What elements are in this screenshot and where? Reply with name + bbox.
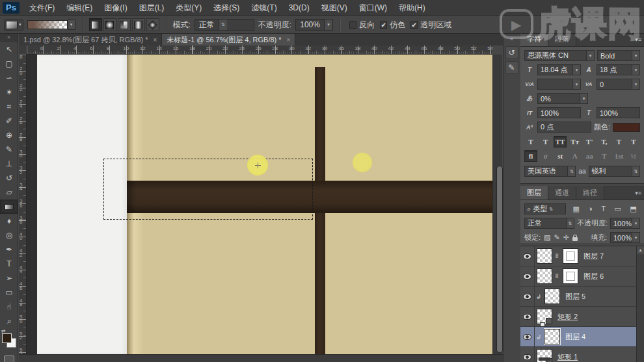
character-tab-段落[interactable]: 段落 [548, 32, 576, 46]
type-style-button-0[interactable]: T [524, 136, 537, 148]
mode-select[interactable]: 正常 ⇅ [195, 19, 254, 31]
blend-mode-select[interactable]: 正常 ⇅ [524, 218, 574, 229]
layer-row-图层 4[interactable]: ↳图层 4 [520, 327, 644, 347]
opentype-button-3[interactable]: A [569, 150, 582, 162]
opentype-button-5[interactable]: T [598, 150, 611, 162]
lock-pixels-icon[interactable]: ✎ [554, 233, 559, 242]
type-style-button-1[interactable]: T [539, 136, 552, 148]
checkbox-反向[interactable]: 反向 [349, 19, 375, 31]
opentype-button-6[interactable]: 1st [612, 150, 625, 162]
filter-type-icon[interactable]: T [601, 205, 606, 213]
crop-tool[interactable]: ⌗ [0, 99, 18, 114]
vertical-ruler[interactable]: 1 82 02 22 42 62 83 03 23 43 63 84 04 24… [19, 55, 27, 354]
language-select[interactable]: 美国英语 ⇅ [524, 166, 576, 177]
menu-item-F[interactable]: 文件(F) [23, 0, 60, 16]
menu-item-H[interactable]: 帮助(H) [393, 0, 431, 16]
history-brush-tool[interactable]: ↺ [0, 171, 18, 185]
layer-row-图层 5[interactable]: ↳图层 5 [520, 287, 644, 307]
opacity-select[interactable]: 100% ▾ [295, 19, 333, 31]
tool-preset-picker[interactable]: ▾ [4, 19, 23, 31]
tsume-field[interactable]: 0% ▾ [537, 93, 588, 104]
layer-thumbnail[interactable] [537, 349, 552, 362]
opentype-button-4[interactable]: aa [583, 150, 596, 162]
layer-row-图层 6[interactable]: ∞图层 6 [520, 266, 644, 287]
layers-tab-路径[interactable]: 路径 [576, 186, 604, 200]
layer-thumbnail[interactable] [537, 309, 552, 324]
history-panel-icon[interactable]: ↺ [505, 46, 518, 59]
visibility-cell[interactable] [520, 266, 535, 286]
eye-icon[interactable] [523, 314, 531, 320]
visibility-cell[interactable] [520, 347, 535, 362]
canvas[interactable] [27, 55, 492, 354]
ruler-origin[interactable] [19, 45, 27, 55]
opentype-button-2[interactable]: st [554, 150, 567, 162]
healing-brush-tool[interactable]: ⊕ [0, 128, 18, 142]
layer-row-矩形 1[interactable]: 矩形 1 [520, 347, 644, 362]
menu-item-T[interactable]: 滤镜(T) [245, 0, 282, 16]
layer-filter-select[interactable]: ⌕ 类型 ⇅ [524, 203, 566, 214]
toolbar-collapse-button[interactable]: » [0, 34, 18, 42]
antialias-select[interactable]: 锐利 ⇅ [589, 166, 640, 177]
layer-mask-thumbnail[interactable] [563, 248, 578, 264]
gradient-type-linear-button[interactable] [89, 18, 102, 31]
layer-opacity-field[interactable]: 100% ▾ [610, 218, 640, 229]
menu-item-S[interactable]: 选择(S) [208, 0, 245, 16]
fill-field[interactable]: 100% ▾ [610, 232, 640, 243]
text-color-swatch[interactable] [613, 123, 640, 132]
blur-tool[interactable]: ♦ [0, 214, 18, 228]
menu-item-E[interactable]: 编辑(E) [60, 0, 98, 16]
layer-thumbnail[interactable] [544, 329, 560, 344]
marquee-tool[interactable]: ▢ [0, 57, 18, 71]
character-tab-字符[interactable]: 字符 [520, 32, 548, 46]
kerning-field[interactable]: ▾ [537, 79, 581, 90]
close-icon[interactable]: × [287, 36, 291, 44]
tracking-field[interactable]: 0 ▾ [597, 79, 640, 90]
lasso-tool[interactable]: ∽ [0, 71, 18, 85]
horizontal-ruler[interactable]: 0246810121416182022242628303234363840424… [27, 45, 492, 55]
font-size-field[interactable]: 18.04 点 ▾ [537, 64, 581, 75]
menu-item-W[interactable]: 窗口(W) [353, 0, 393, 16]
type-style-button-3[interactable]: Tт [569, 136, 582, 148]
vertical-scale-field[interactable]: 100% [537, 107, 581, 118]
quick-mask-button[interactable] [4, 356, 14, 362]
leading-field[interactable]: 18 点 ▾ [597, 64, 640, 75]
panel-menu-icon[interactable]: ▾≡ [635, 36, 641, 43]
layer-row-图层 7[interactable]: ∞图层 7 [520, 246, 644, 266]
baseline-field[interactable]: 0 点 [537, 122, 591, 133]
visibility-cell[interactable] [520, 246, 535, 266]
eye-icon[interactable] [523, 294, 531, 300]
type-style-button-6[interactable]: T [612, 136, 625, 148]
filter-smartobject-icon[interactable]: ⬒ [630, 205, 636, 213]
magic-wand-tool[interactable]: ✶ [0, 85, 18, 99]
gradient-picker[interactable]: ▾ [27, 19, 75, 30]
opentype-button-7[interactable]: ½ [627, 150, 640, 162]
type-tool[interactable]: T [0, 257, 18, 271]
eyedropper-tool[interactable]: ✐ [0, 114, 18, 128]
gradient-tool[interactable] [0, 200, 18, 214]
checkbox-仿色[interactable]: ✔仿色 [380, 19, 405, 31]
gradient-dropdown-button[interactable]: ▾ [68, 19, 75, 30]
visibility-cell[interactable] [520, 327, 535, 346]
gradient-type-diamond-button[interactable] [146, 18, 159, 31]
type-style-button-5[interactable]: T, [598, 136, 611, 148]
lock-position-icon[interactable]: ✛ [563, 233, 569, 242]
lock-all-icon[interactable] [572, 237, 578, 241]
opentype-button-0[interactable]: fi [524, 150, 537, 162]
visibility-cell[interactable] [520, 307, 535, 326]
font-family-select[interactable]: 思源黑体 CN ▾ [524, 50, 595, 61]
type-style-button-7[interactable]: Ŧ [627, 136, 640, 148]
eye-icon[interactable] [523, 274, 531, 279]
document-tab-1[interactable]: 1.psd @ 32.8%(图层 67 拷贝, RGB/8) *× [19, 34, 162, 45]
move-tool[interactable]: ↖ [0, 42, 18, 57]
layers-scrollbar[interactable]: ▲ [636, 246, 644, 362]
eye-icon[interactable] [523, 334, 531, 340]
gradient-type-angle-button[interactable] [118, 18, 131, 31]
layer-row-矩形 2[interactable]: 矩形 2 [520, 307, 644, 327]
canvas-vertical-scrollbar[interactable] [492, 55, 502, 354]
type-style-button-4[interactable]: T' [583, 136, 596, 148]
menu-item-I[interactable]: 图像(I) [98, 0, 133, 16]
brush-panel-icon[interactable]: ✎ [505, 61, 518, 74]
pen-tool[interactable]: ✒ [0, 242, 18, 257]
visibility-cell[interactable] [520, 287, 535, 306]
menu-item-Y[interactable]: 类型(Y) [170, 0, 208, 16]
